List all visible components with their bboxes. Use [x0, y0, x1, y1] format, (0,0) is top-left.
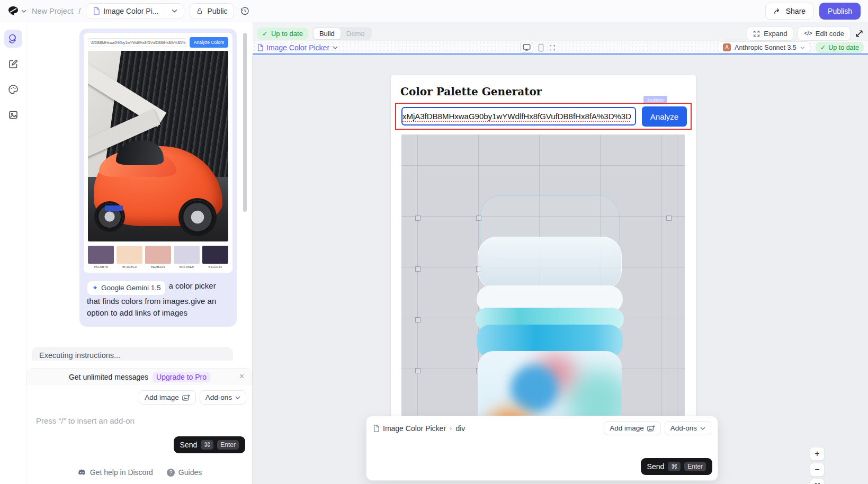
model-status-badge: ✓ Up to date — [816, 42, 864, 53]
expand-label: Expand — [764, 30, 787, 38]
add-ons-label: Add-ons — [205, 393, 232, 401]
project-selector: Image Color Pi... — [86, 3, 184, 19]
chat-bubbles-icon — [7, 33, 19, 44]
share-button[interactable]: Share — [765, 3, 814, 20]
project-name-button[interactable]: Image Color Pi... — [86, 4, 165, 19]
tab-build[interactable]: Build — [314, 28, 341, 39]
upgrade-to-pro-link[interactable]: Upgrade to Pro — [153, 372, 210, 382]
mini-url-text: \3fDB8MHxwaG90by1wYWdlfHx8fGVufDB8fHx8fA… — [88, 38, 186, 47]
fullscreen-view-button[interactable] — [549, 44, 556, 51]
add-image-label: Add image — [610, 424, 644, 432]
car-photo — [88, 51, 228, 241]
sidebar-item-chat[interactable] — [4, 30, 22, 48]
add-image-icon — [647, 425, 655, 432]
check-icon: ✓ — [262, 30, 268, 38]
expand-button[interactable]: Expand — [747, 26, 793, 41]
sidebar-item-theme[interactable] — [4, 80, 22, 98]
app-heading: Color Palette Generator — [400, 85, 542, 98]
inspector-send-button[interactable]: Send ⌘ Enter — [641, 458, 712, 475]
project-name-label: Image Color Pi... — [103, 7, 158, 15]
page-selector-bar: Image Color Picker A Anthro — [253, 41, 868, 55]
element-inspector-panel: Image Color Picker › div Add image Add-o — [366, 416, 718, 481]
send-button[interactable]: Send ⌘ Enter — [174, 436, 245, 453]
history-button[interactable] — [240, 6, 249, 15]
add-image-label: Add image — [145, 393, 179, 401]
canvas-zoom-controls: + − — [810, 447, 825, 484]
message-input[interactable]: Press “/” to insert an add-on — [36, 416, 243, 436]
grid-handle[interactable] — [415, 317, 420, 322]
top-bar: New Project / Image Color Pi... Public — [0, 0, 868, 22]
share-label: Share — [786, 7, 806, 15]
model-badge[interactable]: ✦Google Gemini 1.5 — [87, 281, 166, 295]
inspector-add-ons-button[interactable]: Add-ons — [665, 421, 711, 435]
color-swatch — [202, 246, 228, 264]
palette-icon — [7, 84, 19, 95]
chat-scrollbar[interactable] — [243, 33, 247, 212]
grid-handle[interactable] — [415, 266, 420, 272]
chevron-down-icon — [800, 46, 805, 49]
kbd-cmd: ⌘ — [201, 440, 213, 450]
chat-composer-area: Get unlimited messages Upgrade to Pro × … — [26, 368, 253, 484]
publish-button[interactable]: Publish — [819, 3, 861, 20]
build-demo-toggle: Build Demo — [312, 27, 372, 40]
app-logo-menu[interactable] — [7, 5, 26, 17]
edit-code-button[interactable]: </> Edit code — [798, 26, 851, 41]
zoom-in-button[interactable]: + — [810, 447, 825, 461]
compose-icon — [7, 58, 19, 70]
grid-handle[interactable] — [666, 216, 672, 221]
chat-attachment-preview: \3fDB8MHxwaG90by1wYWdlfHx8fGVufDB8fHx8fA… — [84, 33, 232, 273]
chevron-down-icon — [333, 46, 338, 49]
open-diagonal-icon[interactable] — [855, 29, 864, 38]
chevron-down-icon — [700, 427, 705, 430]
inspector-node-label[interactable]: div — [455, 424, 465, 433]
gemini-star-icon: ✦ — [92, 283, 98, 293]
add-image-button[interactable]: Add image — [139, 390, 196, 405]
build-status-label: Up to date — [271, 30, 303, 38]
model-selector[interactable]: A Anthropic Sonnet 3.5 — [718, 41, 810, 53]
image-url-value: vxMjA3fDB8MHxwaG90by1wYWdlfHx8fGVufDB8fH… — [401, 112, 631, 121]
image-url-input[interactable]: vxMjA3fDB8MHxwaG90by1wYWdlfHx8fGVufDB8fH… — [401, 107, 636, 126]
check-icon: ✓ — [820, 43, 826, 51]
banner-text: Get unlimited messages — [69, 373, 148, 381]
visibility-button[interactable]: Public — [190, 3, 234, 19]
page-selector[interactable]: Image Color Picker — [257, 43, 338, 52]
grid-handle[interactable] — [415, 368, 420, 373]
discord-help-link[interactable]: Get help in Discord — [77, 468, 153, 477]
model-badge-label: Google Gemini 1.5 — [101, 283, 161, 293]
sidebar-item-edit[interactable] — [4, 55, 22, 73]
inspector-breadcrumb: Image Color Picker › div — [373, 424, 465, 433]
chevron-down-icon — [21, 10, 26, 13]
unlock-icon — [196, 7, 203, 15]
inspector-file-label[interactable]: Image Color Picker — [383, 424, 446, 433]
file-icon — [257, 44, 263, 51]
guides-link[interactable]: ? Guides — [167, 468, 202, 477]
kbd-cmd: ⌘ — [668, 462, 681, 471]
grid-handle[interactable] — [415, 216, 420, 221]
guides-label: Guides — [178, 468, 202, 477]
chat-panel: \3fDB8MHxwaG90by1wYWdlfHx8fGVufDB8fHx8fA… — [26, 22, 253, 484]
user-message-bubble: \3fDB8MHxwaG90by1wYWdlfHx8fGVufDB8fHx8fA… — [79, 29, 237, 327]
anthropic-logo-icon: A — [723, 43, 731, 51]
mobile-view-button[interactable] — [538, 43, 544, 52]
project-dropdown-button[interactable] — [165, 4, 184, 19]
sidebar-item-images[interactable] — [4, 106, 22, 124]
share-icon — [774, 7, 782, 15]
mini-analyze-colors-button[interactable]: Analyze Colors — [190, 37, 228, 48]
new-project-link[interactable]: New Project — [32, 7, 73, 15]
color-swatch — [145, 246, 171, 264]
color-swatch — [88, 246, 114, 264]
assistant-status-clipped: Executing instructions... — [32, 347, 233, 361]
build-status-badge: ✓ Up to date — [257, 28, 308, 40]
tab-demo[interactable]: Demo — [341, 28, 371, 39]
analyze-button[interactable]: Analyze — [642, 106, 687, 127]
model-status-label: Up to date — [828, 44, 859, 51]
add-ons-button[interactable]: Add-ons — [200, 390, 246, 405]
close-icon[interactable]: × — [239, 372, 244, 381]
preview-canvas: Color Palette Generator button vxMjA3fDB… — [253, 56, 868, 484]
swatch-hex-label: #312C44 — [202, 265, 228, 268]
desktop-view-button[interactable] — [520, 42, 533, 53]
swatch-hex-label: #E2B3A9 — [145, 265, 171, 268]
canvas-fullscreen-button[interactable] — [810, 479, 825, 484]
inspector-add-image-button[interactable]: Add image — [604, 421, 661, 435]
zoom-out-button[interactable]: − — [810, 463, 825, 477]
